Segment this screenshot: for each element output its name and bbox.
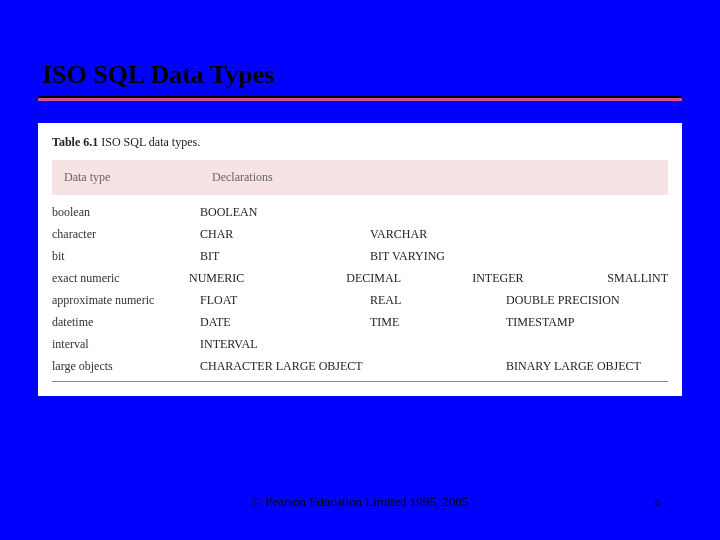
table-caption-label: Table 6.1 [52,135,98,149]
table-cell [652,205,668,220]
copyright-footer: © Pearson Education Limited 1995, 2005 [0,494,720,510]
slide-title: ISO SQL Data Types [0,0,720,96]
table-cell: boolean [52,205,200,220]
table-cell: FLOAT [200,293,370,308]
table-cell: INTEGER [472,271,607,286]
table-cell: BIT [200,249,370,264]
table-row: exact numericNUMERICDECIMALINTEGERSMALLI… [52,271,668,286]
table-cell: TIME [370,315,506,330]
table-body: booleanBOOLEANcharacterCHARVARCHARbitBIT… [52,205,668,374]
table-cell: datetime [52,315,200,330]
table-cell: CHAR [200,227,370,242]
table-cell [652,227,668,242]
table-caption-text: ISO SQL data types. [101,135,200,149]
table-cell [506,227,652,242]
table-cell: DECIMAL [346,271,472,286]
table-cell: approximate numeric [52,293,200,308]
table-row: bitBITBIT VARYING [52,249,668,264]
table-cell [652,249,668,264]
table-header-col2: Declarations [212,170,656,185]
table-cell: DOUBLE PRECISION [506,293,652,308]
table-cell: TIMESTAMP [506,315,652,330]
table-cell: exact numeric [52,271,189,286]
table-cell [652,293,668,308]
table-caption: Table 6.1 ISO SQL data types. [52,135,668,150]
table-cell [652,337,668,352]
table-cell: CHARACTER LARGE OBJECT [200,359,370,374]
table-cell: NUMERIC [189,271,346,286]
table-cell [370,337,506,352]
table-row: characterCHARVARCHAR [52,227,668,242]
table-cell: INTERVAL [200,337,370,352]
table-cell [506,249,652,264]
table-cell: large objects [52,359,200,374]
table-header-col1: Data type [64,170,212,185]
table-cell: SMALLINT [607,271,668,286]
table-cell: BOOLEAN [200,205,370,220]
table-figure: Table 6.1 ISO SQL data types. Data type … [38,123,682,396]
table-cell [652,315,668,330]
table-row: booleanBOOLEAN [52,205,668,220]
table-row: approximate numericFLOATREALDOUBLE PRECI… [52,293,668,308]
table-cell: BINARY LARGE OBJECT [506,359,652,374]
table-cell [370,359,506,374]
table-cell [506,337,652,352]
table-cell: character [52,227,200,242]
table-cell: interval [52,337,200,352]
table-row: large objectsCHARACTER LARGE OBJECTBINAR… [52,359,668,374]
table-row: intervalINTERVAL [52,337,668,352]
table-cell: BIT VARYING [370,249,506,264]
table-cell: VARCHAR [370,227,506,242]
table-bottom-rule [52,381,668,382]
title-underline-pink [38,98,682,101]
table-cell [652,359,668,374]
table-row: datetimeDATETIMETIMESTAMP [52,315,668,330]
table-cell: REAL [370,293,506,308]
table-cell [506,205,652,220]
table-cell: bit [52,249,200,264]
page-number: 6 [655,497,660,508]
table-header: Data type Declarations [52,160,668,195]
table-cell [370,205,506,220]
table-cell: DATE [200,315,370,330]
